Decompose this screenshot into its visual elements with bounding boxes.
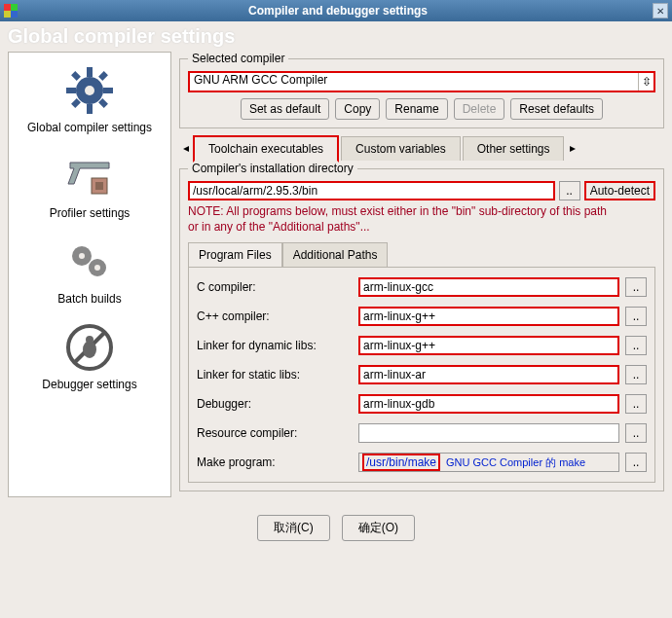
resource-compiler-input[interactable] [358, 423, 619, 443]
dialog-buttons: 取消(C) 确定(O) [0, 505, 672, 551]
selected-compiler-group: Selected compiler GNU ARM GCC Compiler ⇳… [179, 52, 664, 128]
sidebar-item-label: Debugger settings [11, 378, 168, 391]
reset-defaults-button[interactable]: Reset defaults [510, 98, 603, 120]
linker-dyn-input[interactable] [358, 336, 619, 355]
sidebar-item-label: Global compiler settings [11, 121, 168, 134]
set-default-button[interactable]: Set as default [241, 98, 329, 120]
subtab-additional-paths[interactable]: Additional Paths [282, 242, 389, 267]
sidebar-item-global-compiler[interactable]: Global compiler settings [11, 58, 168, 144]
make-program-note: GNU GCC Compiler 的 make [446, 455, 585, 470]
linker-static-label: Linker for static libs: [197, 368, 353, 382]
svg-rect-5 [103, 88, 113, 93]
tab-custom-variables[interactable]: Custom variables [341, 136, 461, 161]
browse-linker-static-button[interactable]: .. [625, 365, 647, 384]
linker-static-input[interactable] [358, 365, 619, 384]
svg-rect-9 [71, 98, 81, 108]
svg-rect-8 [98, 71, 108, 81]
install-dir-legend: Compiler's installation directory [188, 162, 357, 175]
browse-debugger-button[interactable]: .. [625, 394, 647, 414]
tab-bar: ◂ Toolchain executables Custom variables… [179, 134, 664, 162]
resource-compiler-label: Resource compiler: [197, 426, 353, 440]
sidebar-item-label: Profiler settings [11, 206, 168, 220]
svg-rect-3 [87, 104, 93, 114]
rename-button[interactable]: Rename [386, 98, 447, 120]
compiler-combobox-value: GNU ARM GCC Compiler [194, 73, 327, 87]
svg-point-15 [94, 265, 100, 271]
install-dir-note: NOTE: All programs below, must exist eit… [188, 204, 655, 235]
cancel-button[interactable]: 取消(C) [257, 515, 330, 541]
tab-toolchain[interactable]: Toolchain executables [193, 135, 339, 163]
linker-dyn-label: Linker for dynamic libs: [197, 339, 353, 352]
debugger-input[interactable] [358, 394, 619, 414]
svg-rect-4 [66, 88, 76, 93]
sidebar-item-debugger[interactable]: Debugger settings [11, 315, 168, 401]
selected-compiler-legend: Selected compiler [188, 52, 288, 65]
close-icon[interactable]: ✕ [653, 3, 668, 18]
compiler-combobox[interactable]: GNU ARM GCC Compiler ⇳ [188, 71, 655, 92]
browse-c-compiler-button[interactable]: .. [625, 277, 647, 297]
make-program-label: Make program: [197, 455, 353, 469]
browse-cxx-compiler-button[interactable]: .. [625, 307, 647, 326]
sub-tab-bar: Program Files Additional Paths [188, 242, 655, 267]
browse-make-program-button[interactable]: .. [625, 453, 647, 472]
bug-no-icon [11, 319, 168, 376]
svg-rect-7 [98, 98, 108, 108]
tab-scroll-right[interactable]: ▸ [566, 141, 579, 155]
delete-button: Delete [454, 98, 505, 120]
svg-point-1 [85, 86, 94, 95]
browse-resource-compiler-button[interactable]: .. [625, 423, 647, 443]
svg-rect-6 [71, 71, 81, 81]
sidebar-item-label: Batch builds [11, 292, 168, 306]
browse-linker-dyn-button[interactable]: .. [625, 336, 647, 355]
program-files-pane: C compiler: .. C++ compiler: .. Linker f… [188, 267, 655, 483]
copy-button[interactable]: Copy [335, 98, 380, 120]
subtab-program-files[interactable]: Program Files [188, 242, 282, 267]
debugger-label: Debugger: [197, 397, 353, 411]
browse-install-dir-button[interactable]: .. [559, 181, 580, 200]
svg-rect-2 [87, 67, 93, 77]
tab-other-settings[interactable]: Other settings [463, 136, 565, 161]
c-compiler-label: C compiler: [197, 280, 353, 294]
window-titlebar: Compiler and debugger settings ✕ [0, 0, 672, 21]
sidebar-item-batch[interactable]: Batch builds [11, 230, 168, 315]
app-icon [4, 4, 18, 18]
window-title: Compiler and debugger settings [23, 4, 653, 18]
gears-icon [11, 234, 168, 290]
cxx-compiler-label: C++ compiler: [197, 309, 353, 323]
tab-scroll-left[interactable]: ◂ [179, 141, 193, 155]
svg-point-13 [79, 253, 85, 259]
caliper-icon [11, 148, 168, 204]
page-subtitle: Global compiler settings [0, 21, 672, 52]
svg-rect-11 [95, 182, 103, 190]
svg-point-19 [86, 336, 93, 344]
install-dir-input[interactable] [188, 181, 555, 200]
c-compiler-input[interactable] [358, 277, 619, 297]
ok-button[interactable]: 确定(O) [342, 515, 415, 541]
install-dir-group: Compiler's installation directory .. Aut… [179, 162, 664, 491]
cxx-compiler-input[interactable] [358, 307, 619, 326]
sidebar: Global compiler settings Profiler settin… [8, 52, 171, 497]
gear-icon [11, 62, 168, 119]
sidebar-item-profiler[interactable]: Profiler settings [11, 144, 168, 230]
autodetect-button[interactable]: Auto-detect [584, 181, 655, 200]
make-program-value[interactable]: /usr/bin/make [362, 454, 440, 471]
chevron-updown-icon: ⇳ [638, 73, 653, 91]
